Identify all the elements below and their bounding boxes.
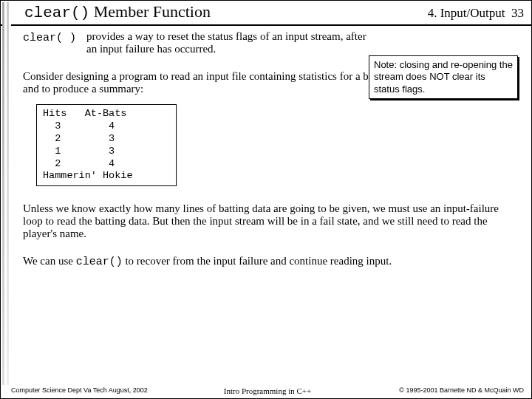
left-decoration [2, 2, 11, 385]
page-title: clear() Member Function [24, 2, 211, 21]
intro-block: clear( ) provides a way to reset the sta… [23, 30, 518, 55]
note-box: Note: closing and re-opening the stream … [369, 55, 518, 99]
para3-b: to recover from the input failure and co… [123, 255, 392, 267]
function-name: clear( ) [23, 30, 76, 44]
title-rest: Member Function [89, 2, 211, 21]
page-number: 33 [511, 6, 524, 20]
paragraph-2: Unless we know exactly how many lines of… [23, 202, 518, 240]
footer: Computer Science Dept Va Tech August, 20… [11, 386, 524, 394]
footer-center: Intro Programming in C++ [11, 386, 524, 395]
title-code: clear() [24, 4, 89, 21]
title-row: clear() Member Function 4. Input/Output … [1, 1, 531, 26]
content: clear( ) provides a way to reset the sta… [1, 26, 531, 268]
chapter-label: 4. Input/Output 33 [428, 6, 524, 21]
para3-code: clear() [76, 256, 123, 268]
paragraph-3: We can use clear() to recover from the i… [23, 255, 518, 268]
chapter-text: 4. Input/Output [428, 6, 505, 20]
slide: clear() Member Function 4. Input/Output … [0, 0, 532, 399]
para3-a: We can use [23, 255, 76, 267]
intro-description: provides a way to reset the status flags… [86, 30, 518, 55]
data-sample-box: Hits At-Bats 3 4 2 3 1 3 2 4 Hammerin' H… [36, 104, 177, 186]
